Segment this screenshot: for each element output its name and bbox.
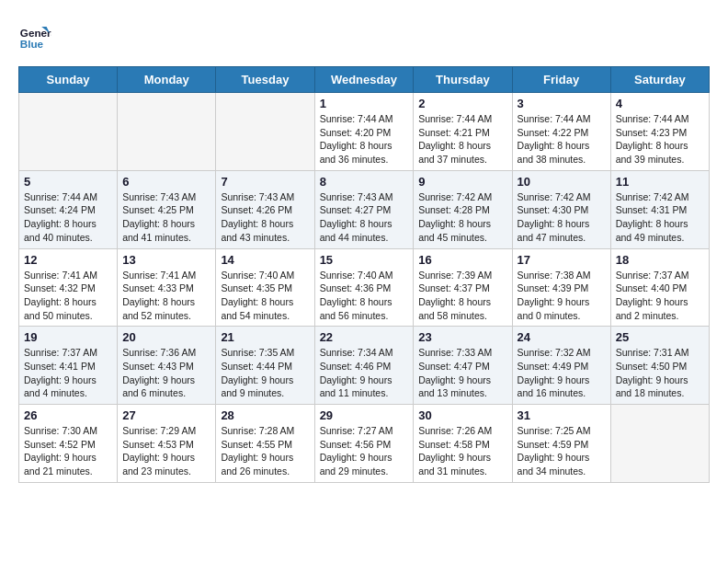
day-number: 28: [221, 408, 309, 422]
calendar-cell: 21Sunrise: 7:35 AMSunset: 4:44 PMDayligh…: [216, 327, 314, 405]
day-info: Sunrise: 7:39 AMSunset: 4:37 PMDaylight:…: [418, 269, 506, 323]
calendar-week-4: 19Sunrise: 7:37 AMSunset: 4:41 PMDayligh…: [19, 327, 710, 405]
day-number: 31: [518, 408, 606, 422]
day-info: Sunrise: 7:28 AMSunset: 4:55 PMDaylight:…: [221, 424, 309, 478]
day-info: Sunrise: 7:41 AMSunset: 4:33 PMDaylight:…: [122, 269, 210, 323]
calendar-cell: 31Sunrise: 7:25 AMSunset: 4:59 PMDayligh…: [512, 405, 610, 483]
day-info: Sunrise: 7:25 AMSunset: 4:59 PMDaylight:…: [518, 424, 606, 478]
day-info: Sunrise: 7:29 AMSunset: 4:53 PMDaylight:…: [122, 424, 210, 478]
day-number: 5: [24, 175, 112, 189]
day-number: 27: [122, 408, 210, 422]
calendar-week-1: 1Sunrise: 7:44 AMSunset: 4:20 PMDaylight…: [19, 93, 710, 171]
day-number: 14: [221, 253, 309, 267]
calendar-cell: 20Sunrise: 7:36 AMSunset: 4:43 PMDayligh…: [118, 327, 216, 405]
day-number: 19: [24, 330, 112, 344]
calendar-table: SundayMondayTuesdayWednesdayThursdayFrid…: [18, 66, 710, 483]
calendar-cell: 28Sunrise: 7:28 AMSunset: 4:55 PMDayligh…: [216, 405, 314, 483]
day-number: 3: [518, 97, 606, 110]
day-number: 6: [122, 175, 210, 189]
day-info: Sunrise: 7:27 AMSunset: 4:56 PMDaylight:…: [320, 424, 409, 478]
calendar-cell: 15Sunrise: 7:40 AMSunset: 4:36 PMDayligh…: [314, 248, 414, 327]
day-number: 24: [518, 330, 606, 344]
calendar-cell: 12Sunrise: 7:41 AMSunset: 4:32 PMDayligh…: [19, 248, 118, 327]
day-number: 25: [616, 330, 704, 344]
day-number: 11: [616, 175, 704, 189]
weekday-header-friday: Friday: [512, 67, 610, 93]
calendar-week-5: 26Sunrise: 7:30 AMSunset: 4:52 PMDayligh…: [19, 405, 710, 483]
day-info: Sunrise: 7:37 AMSunset: 4:41 PMDaylight:…: [24, 346, 112, 400]
day-info: Sunrise: 7:42 AMSunset: 4:30 PMDaylight:…: [518, 190, 606, 245]
weekday-header-wednesday: Wednesday: [314, 67, 414, 93]
day-number: 23: [418, 330, 506, 344]
calendar-cell: 10Sunrise: 7:42 AMSunset: 4:30 PMDayligh…: [512, 170, 610, 248]
logo: General Blue: [18, 18, 55, 52]
day-number: 15: [320, 253, 409, 267]
calendar-cell: 23Sunrise: 7:33 AMSunset: 4:47 PMDayligh…: [414, 327, 512, 405]
day-number: 18: [616, 253, 704, 267]
day-info: Sunrise: 7:44 AMSunset: 4:23 PMDaylight:…: [616, 112, 704, 167]
day-number: 22: [320, 330, 409, 344]
day-info: Sunrise: 7:32 AMSunset: 4:49 PMDaylight:…: [518, 346, 606, 400]
day-info: Sunrise: 7:33 AMSunset: 4:47 PMDaylight:…: [418, 346, 506, 400]
day-info: Sunrise: 7:44 AMSunset: 4:21 PMDaylight:…: [418, 112, 506, 167]
calendar-body: 1Sunrise: 7:44 AMSunset: 4:20 PMDaylight…: [19, 93, 710, 483]
calendar-cell: 25Sunrise: 7:31 AMSunset: 4:50 PMDayligh…: [610, 327, 709, 405]
day-number: 4: [616, 97, 704, 110]
calendar-cell: 26Sunrise: 7:30 AMSunset: 4:52 PMDayligh…: [19, 405, 118, 483]
day-number: 30: [418, 408, 506, 422]
day-info: Sunrise: 7:40 AMSunset: 4:36 PMDaylight:…: [320, 269, 409, 323]
day-info: Sunrise: 7:42 AMSunset: 4:31 PMDaylight:…: [616, 190, 704, 245]
calendar-cell: 18Sunrise: 7:37 AMSunset: 4:40 PMDayligh…: [610, 248, 709, 327]
calendar-cell: [19, 93, 118, 171]
day-number: 17: [518, 253, 606, 267]
day-info: Sunrise: 7:44 AMSunset: 4:20 PMDaylight:…: [320, 112, 409, 167]
day-info: Sunrise: 7:44 AMSunset: 4:22 PMDaylight:…: [518, 112, 606, 167]
svg-text:Blue: Blue: [20, 38, 44, 50]
calendar-cell: 24Sunrise: 7:32 AMSunset: 4:49 PMDayligh…: [512, 327, 610, 405]
calendar-cell: 27Sunrise: 7:29 AMSunset: 4:53 PMDayligh…: [118, 405, 216, 483]
calendar-cell: 11Sunrise: 7:42 AMSunset: 4:31 PMDayligh…: [610, 170, 709, 248]
day-number: 7: [221, 175, 309, 189]
calendar-cell: [610, 405, 709, 483]
page-header: General Blue: [18, 18, 710, 52]
day-number: 1: [320, 97, 409, 110]
calendar-cell: 5Sunrise: 7:44 AMSunset: 4:24 PMDaylight…: [19, 170, 118, 248]
calendar-cell: 16Sunrise: 7:39 AMSunset: 4:37 PMDayligh…: [414, 248, 512, 327]
day-info: Sunrise: 7:34 AMSunset: 4:46 PMDaylight:…: [320, 346, 409, 400]
day-info: Sunrise: 7:44 AMSunset: 4:24 PMDaylight:…: [24, 190, 112, 245]
day-info: Sunrise: 7:41 AMSunset: 4:32 PMDaylight:…: [24, 269, 112, 323]
day-number: 16: [418, 253, 506, 267]
day-info: Sunrise: 7:37 AMSunset: 4:40 PMDaylight:…: [616, 269, 704, 323]
calendar-cell: 14Sunrise: 7:40 AMSunset: 4:35 PMDayligh…: [216, 248, 314, 327]
calendar-cell: [216, 93, 314, 171]
calendar-week-3: 12Sunrise: 7:41 AMSunset: 4:32 PMDayligh…: [19, 248, 710, 327]
day-info: Sunrise: 7:36 AMSunset: 4:43 PMDaylight:…: [122, 346, 210, 400]
day-info: Sunrise: 7:42 AMSunset: 4:28 PMDaylight:…: [418, 190, 506, 245]
calendar-cell: 17Sunrise: 7:38 AMSunset: 4:39 PMDayligh…: [512, 248, 610, 327]
calendar-cell: 1Sunrise: 7:44 AMSunset: 4:20 PMDaylight…: [314, 93, 414, 171]
weekday-header-monday: Monday: [118, 67, 216, 93]
weekday-header-sunday: Sunday: [19, 67, 118, 93]
logo-icon: General Blue: [18, 18, 51, 52]
day-info: Sunrise: 7:30 AMSunset: 4:52 PMDaylight:…: [24, 424, 112, 478]
calendar-cell: [118, 93, 216, 171]
calendar-cell: 9Sunrise: 7:42 AMSunset: 4:28 PMDaylight…: [414, 170, 512, 248]
calendar-cell: 19Sunrise: 7:37 AMSunset: 4:41 PMDayligh…: [19, 327, 118, 405]
day-info: Sunrise: 7:35 AMSunset: 4:44 PMDaylight:…: [221, 346, 309, 400]
day-number: 20: [122, 330, 210, 344]
calendar-cell: 13Sunrise: 7:41 AMSunset: 4:33 PMDayligh…: [118, 248, 216, 327]
day-info: Sunrise: 7:26 AMSunset: 4:58 PMDaylight:…: [418, 424, 506, 478]
day-number: 13: [122, 253, 210, 267]
calendar-cell: 30Sunrise: 7:26 AMSunset: 4:58 PMDayligh…: [414, 405, 512, 483]
calendar-cell: 3Sunrise: 7:44 AMSunset: 4:22 PMDaylight…: [512, 93, 610, 171]
day-info: Sunrise: 7:40 AMSunset: 4:35 PMDaylight:…: [221, 269, 309, 323]
day-info: Sunrise: 7:43 AMSunset: 4:25 PMDaylight:…: [122, 190, 210, 245]
calendar-cell: 22Sunrise: 7:34 AMSunset: 4:46 PMDayligh…: [314, 327, 414, 405]
weekday-header-saturday: Saturday: [610, 67, 709, 93]
calendar-cell: 4Sunrise: 7:44 AMSunset: 4:23 PMDaylight…: [610, 93, 709, 171]
calendar-cell: 7Sunrise: 7:43 AMSunset: 4:26 PMDaylight…: [216, 170, 314, 248]
calendar-cell: 29Sunrise: 7:27 AMSunset: 4:56 PMDayligh…: [314, 405, 414, 483]
calendar-cell: 6Sunrise: 7:43 AMSunset: 4:25 PMDaylight…: [118, 170, 216, 248]
day-number: 29: [320, 408, 409, 422]
day-info: Sunrise: 7:43 AMSunset: 4:27 PMDaylight:…: [320, 190, 409, 245]
